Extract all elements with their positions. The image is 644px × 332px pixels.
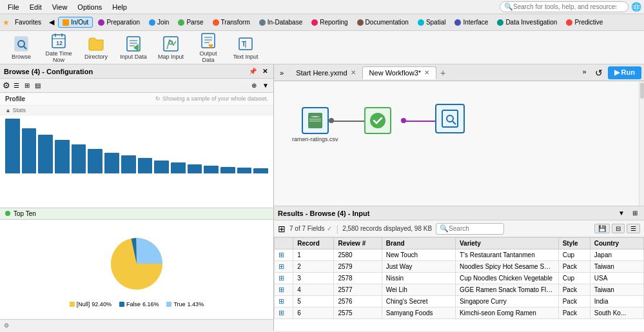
workflow-canvas[interactable]: ramen-ratings.csv: [274, 81, 644, 206]
run-button[interactable]: ▶ Run: [608, 66, 641, 79]
bar: [188, 164, 202, 173]
menu-help[interactable]: Help: [107, 2, 132, 12]
cell-3: Just Way: [382, 261, 455, 273]
table-row[interactable]: ⊞12580New TouchT's Restaurant TantanmenC…: [275, 249, 644, 261]
parse-icon: [178, 19, 184, 26]
row-icon: ⊞: [278, 286, 284, 293]
refresh-icon: ↻: [155, 95, 161, 102]
cell-1: 4: [293, 284, 334, 296]
datetime-label: Date Time Now: [44, 51, 73, 64]
col-brand[interactable]: Brand: [382, 238, 455, 249]
col-review-num[interactable]: Review #: [334, 238, 382, 249]
left-status-text: ⚙: [4, 322, 9, 329]
true-dot: [166, 302, 171, 307]
results-expand-btn[interactable]: ⊞: [630, 209, 640, 217]
textinput-label: Text Input: [233, 54, 258, 61]
tab-starthere-close[interactable]: ✕: [351, 69, 356, 76]
cell-6: India: [590, 296, 643, 308]
input-node-box[interactable]: [302, 107, 329, 134]
detail-view-icon[interactable]: ▤: [33, 81, 43, 90]
tool-browse[interactable]: Browse: [5, 33, 37, 63]
table-search-input[interactable]: [449, 225, 500, 232]
tab-starthhere[interactable]: Start Here.yxmd ✕: [289, 67, 362, 79]
svg-rect-13: [164, 37, 178, 51]
table-row[interactable]: ⊞22579Just WayNoodles Spicy Hot Sesame S…: [275, 261, 644, 273]
more-btn[interactable]: ☰: [627, 224, 640, 233]
tab-nav-left[interactable]: »: [277, 68, 287, 78]
documentation-btn[interactable]: Documentation: [353, 17, 413, 27]
cell-4: T's Restaurant Tantanmen: [455, 249, 558, 261]
bar: [72, 144, 86, 173]
workflow-node-process[interactable]: [364, 107, 391, 134]
transform-btn[interactable]: Transform: [209, 17, 254, 27]
undo-btn[interactable]: ↺: [592, 66, 606, 79]
data-table-wrapper[interactable]: Record Review # Brand Variety Style Coun…: [274, 237, 644, 319]
process-node-box[interactable]: [364, 107, 391, 134]
col-style[interactable]: Style: [558, 238, 590, 249]
false-pct: 6.16%: [142, 301, 159, 308]
close-panel-btn[interactable]: ✕: [260, 67, 269, 75]
menu-view[interactable]: View: [47, 2, 73, 12]
tool-textinput[interactable]: T Text Input: [229, 33, 262, 63]
col-country[interactable]: Country: [590, 238, 643, 249]
menu-search-box[interactable]: 🔍: [500, 1, 629, 12]
table-row[interactable]: ⊞42577Wei LihGGE Ramen Snack Tomato Flav…: [275, 284, 644, 296]
datainvestigation-btn[interactable]: Data Investigation: [493, 17, 561, 27]
datainvestigation-icon: [497, 19, 503, 26]
reporting-btn[interactable]: Reporting: [307, 17, 351, 27]
pin-icon[interactable]: 📌: [247, 67, 259, 75]
tab-overflow-btn[interactable]: »: [579, 66, 589, 79]
tab-newworkflow[interactable]: New Workflow3* ✕: [362, 66, 437, 79]
col-record[interactable]: [275, 238, 293, 249]
indatabase-btn[interactable]: In-Database: [255, 17, 306, 27]
false-dot: [119, 302, 124, 307]
join-btn[interactable]: Join: [145, 17, 173, 27]
tool-outputdata[interactable]: Output Data: [192, 30, 224, 66]
textinput-icon: T: [237, 35, 255, 53]
tool-inputdata[interactable]: Input Data: [117, 33, 150, 63]
spatial-btn[interactable]: Spatial: [414, 17, 450, 27]
canvas-scrollbar[interactable]: [639, 81, 644, 206]
inout-btn[interactable]: In/Out: [58, 17, 93, 28]
svg-text:T: T: [242, 41, 246, 48]
col-variety[interactable]: Variety: [455, 238, 558, 249]
list-view-icon[interactable]: ☰: [12, 81, 21, 90]
cell-0: ⊞: [275, 273, 293, 284]
preparation-btn[interactable]: Preparation: [94, 17, 144, 27]
workflow-node-input[interactable]: ramen-ratings.csv: [292, 107, 338, 142]
svg-line-30: [453, 121, 456, 124]
export-btn[interactable]: 💾: [594, 224, 610, 233]
more-options-icon[interactable]: ▼: [260, 81, 271, 90]
workflow-node-browse[interactable]: [435, 104, 465, 133]
cell-3: Nissin: [382, 273, 455, 284]
menu-edit[interactable]: Edit: [24, 2, 47, 12]
expand-icon[interactable]: ⊕: [249, 81, 259, 90]
favorites-btn[interactable]: Favorites: [11, 17, 45, 27]
tab-newworkflow-close[interactable]: ✕: [424, 69, 429, 76]
parse-btn[interactable]: Parse: [174, 17, 207, 27]
tool-directory[interactable]: Directory: [80, 33, 112, 63]
grid-view-icon[interactable]: ⊞: [23, 81, 32, 90]
join-icon: [149, 19, 155, 26]
tab-add-btn[interactable]: +: [436, 66, 449, 79]
browse-node-box[interactable]: [435, 104, 465, 133]
menu-options[interactable]: Options: [72, 2, 107, 12]
predictive-btn[interactable]: Predictive: [562, 17, 607, 27]
connector-dot2: [401, 118, 406, 123]
results-collapse-btn[interactable]: ▼: [616, 209, 627, 217]
tool-datetime[interactable]: 12 Date Time Now: [43, 30, 75, 66]
menu-search-input[interactable]: [513, 3, 616, 10]
col-review[interactable]: Record: [293, 238, 334, 249]
cell-5: Cup: [558, 273, 590, 284]
table-row[interactable]: ⊞52576Ching's SecretSingapore CurryPackI…: [275, 296, 644, 308]
menu-file[interactable]: File: [3, 2, 24, 12]
tool-mapinput[interactable]: Map Input: [155, 33, 187, 63]
nav-back[interactable]: ◀: [46, 17, 57, 28]
table-row[interactable]: ⊞62575Samyang FoodsKimchi-seon Eomg Rame…: [275, 308, 644, 319]
table-row[interactable]: ⊞32578NissinCup Noodles Chicken Vegetabl…: [275, 273, 644, 284]
config-btn[interactable]: ⊟: [612, 224, 625, 233]
interface-btn[interactable]: Interface: [451, 17, 492, 27]
cell-5: Pack: [558, 308, 590, 319]
table-search-box[interactable]: 🔍: [436, 223, 504, 235]
predictive-icon: [566, 19, 572, 26]
